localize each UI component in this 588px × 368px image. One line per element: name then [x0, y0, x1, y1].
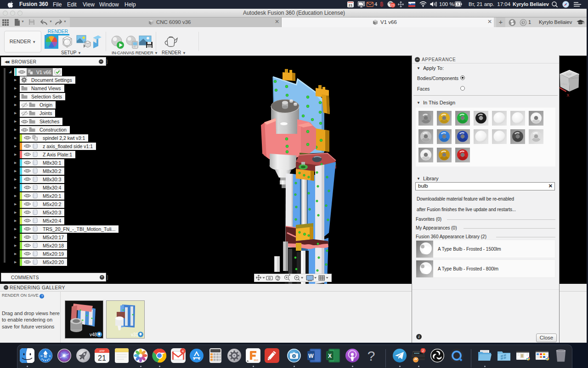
- svg-text:2: 2: [422, 349, 424, 353]
- svg-text:АПР: АПР: [99, 350, 105, 352]
- svg-text:4: 4: [182, 349, 184, 353]
- svg-text:23: 23: [391, 4, 395, 7]
- svg-text:360: 360: [254, 359, 259, 362]
- svg-text:N: N: [44, 354, 46, 357]
- svg-text:21: 21: [98, 354, 106, 362]
- svg-text:W: W: [308, 353, 314, 359]
- svg-text:21: 21: [349, 3, 353, 7]
- svg-text:?: ?: [368, 348, 375, 363]
- svg-text:TOP: TOP: [566, 73, 572, 76]
- svg-text:X: X: [328, 353, 332, 359]
- svg-text:v48: v48: [90, 332, 97, 337]
- svg-text:X: X: [566, 93, 569, 98]
- svg-text:W: W: [40, 355, 43, 357]
- svg-text:v31: v31: [131, 332, 139, 337]
